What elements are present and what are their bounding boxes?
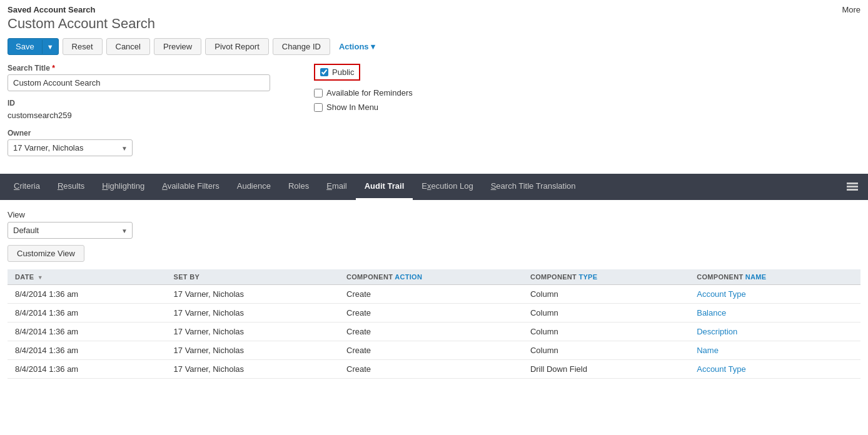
pivot-report-button[interactable]: Pivot Report <box>205 38 269 55</box>
reminders-label: Available for Reminders <box>326 88 413 98</box>
reminders-checkbox[interactable] <box>314 89 323 98</box>
view-row: View Default ▼ <box>8 210 860 239</box>
component-name-link[interactable]: Name <box>697 346 719 355</box>
reset-button[interactable]: Reset <box>63 38 103 55</box>
top-bar: Saved Account Search Custom Account Sear… <box>0 0 868 34</box>
cell-component-action: Create <box>339 285 523 304</box>
search-title-input[interactable] <box>8 74 270 91</box>
col-component-name[interactable]: COMPONENT NAME <box>689 269 860 285</box>
tab-audit-trail[interactable]: Audit Trail <box>356 174 413 200</box>
cell-component-type: Column <box>523 285 689 304</box>
show-in-menu-label: Show In Menu <box>326 102 378 112</box>
svg-rect-0 <box>847 182 858 184</box>
customize-view-button[interactable]: Customize View <box>8 245 84 262</box>
tab-available-filters[interactable]: Available Filters <box>153 174 228 200</box>
tab-execution-log[interactable]: Execution Log <box>413 174 482 200</box>
table-row: 8/4/2014 1:36 am17 Varner, NicholasCreat… <box>8 304 860 322</box>
cell-component-action: Create <box>339 304 523 322</box>
date-sort-arrow: ▼ <box>38 274 43 281</box>
tab-roles[interactable]: Roles <box>280 174 318 200</box>
cell-component-type: Column <box>523 322 689 341</box>
component-name-link[interactable]: Balance <box>697 308 726 318</box>
cell-date: 8/4/2014 1:36 am <box>8 341 166 360</box>
cancel-button[interactable]: Cancel <box>106 38 150 55</box>
owner-label: Owner <box>8 129 289 138</box>
tabs-bar: Criteria Results Highlighting Available … <box>0 174 868 200</box>
cell-date: 8/4/2014 1:36 am <box>8 304 166 322</box>
tab-results[interactable]: Results <box>49 174 93 200</box>
public-checkbox[interactable] <box>320 68 328 76</box>
form-right: Public Available for Reminders Show In M… <box>314 64 489 164</box>
cell-set-by: 17 Varner, Nicholas <box>166 360 339 379</box>
table-row: 8/4/2014 1:36 am17 Varner, NicholasCreat… <box>8 360 860 379</box>
cell-component-name: Name <box>689 341 860 360</box>
more-link[interactable]: More <box>842 5 860 14</box>
cell-date: 8/4/2014 1:36 am <box>8 322 166 341</box>
save-dropdown-arrow[interactable]: ▼ <box>42 40 58 54</box>
content-area: View Default ▼ Customize View DATE ▼ SET… <box>0 200 868 389</box>
table-row: 8/4/2014 1:36 am17 Varner, NicholasCreat… <box>8 341 860 360</box>
toolbar: Save ▼ Reset Cancel Preview Pivot Report… <box>0 34 868 59</box>
component-name-link[interactable]: Description <box>697 327 737 336</box>
owner-group: Owner 17 Varner, Nicholas ▼ <box>8 129 289 156</box>
view-select-wrapper: Default ▼ <box>8 222 133 239</box>
cell-component-name: Account Type <box>689 285 860 304</box>
breadcrumb: Saved Account Search <box>8 5 155 14</box>
cell-component-type: Column <box>523 304 689 322</box>
cell-set-by: 17 Varner, Nicholas <box>166 322 339 341</box>
tab-search-title-translation[interactable]: Search Title Translation <box>482 174 585 200</box>
tab-highlighting[interactable]: Highlighting <box>93 174 153 200</box>
col-component-action[interactable]: COMPONENT ACTION <box>339 269 523 285</box>
cell-component-type: Drill Down Field <box>523 360 689 379</box>
audit-table-body: 8/4/2014 1:36 am17 Varner, NicholasCreat… <box>8 285 860 379</box>
tab-audience[interactable]: Audience <box>228 174 280 200</box>
id-group: ID customsearch259 <box>8 99 289 121</box>
cell-component-name: Description <box>689 322 860 341</box>
search-title-label: Search Title * <box>8 64 289 72</box>
svg-rect-2 <box>847 189 858 191</box>
form-left: Search Title * ID customsearch259 Owner … <box>8 64 289 164</box>
save-button[interactable]: Save ▼ <box>8 38 59 55</box>
cell-component-action: Create <box>339 341 523 360</box>
col-set-by[interactable]: SET BY <box>166 269 339 285</box>
svg-rect-1 <box>847 186 858 188</box>
cell-set-by: 17 Varner, Nicholas <box>166 341 339 360</box>
table-row: 8/4/2014 1:36 am17 Varner, NicholasCreat… <box>8 285 860 304</box>
view-select[interactable]: Default <box>8 222 133 239</box>
id-label: ID <box>8 99 289 108</box>
cell-component-action: Create <box>339 322 523 341</box>
id-value: customsearch259 <box>8 109 289 121</box>
save-label[interactable]: Save <box>8 39 42 54</box>
owner-select[interactable]: 17 Varner, Nicholas <box>8 139 133 156</box>
public-label: Public <box>332 68 354 77</box>
top-bar-left: Saved Account Search Custom Account Sear… <box>8 5 155 32</box>
component-name-link[interactable]: Account Type <box>697 364 746 374</box>
cell-component-name: Balance <box>689 304 860 322</box>
cell-component-name: Account Type <box>689 360 860 379</box>
preview-button[interactable]: Preview <box>154 38 201 55</box>
owner-select-wrapper: 17 Varner, Nicholas ▼ <box>8 139 133 156</box>
cell-set-by: 17 Varner, Nicholas <box>166 304 339 322</box>
reminders-row: Available for Reminders <box>314 88 489 98</box>
cell-date: 8/4/2014 1:36 am <box>8 285 166 304</box>
cell-date: 8/4/2014 1:36 am <box>8 360 166 379</box>
tabs-collapse-icon[interactable] <box>842 174 863 200</box>
component-name-link[interactable]: Account Type <box>697 289 746 299</box>
search-title-group: Search Title * <box>8 64 289 91</box>
cell-set-by: 17 Varner, Nicholas <box>166 285 339 304</box>
change-id-button[interactable]: Change ID <box>273 38 330 55</box>
show-in-menu-checkbox[interactable] <box>314 103 323 112</box>
view-label: View <box>8 210 860 219</box>
show-in-menu-row: Show In Menu <box>314 102 489 112</box>
cell-component-action: Create <box>339 360 523 379</box>
form-section: Search Title * ID customsearch259 Owner … <box>0 59 868 169</box>
audit-table-head: DATE ▼ SET BY COMPONENT ACTION COMPONENT… <box>8 269 860 285</box>
cell-component-type: Column <box>523 341 689 360</box>
col-date[interactable]: DATE ▼ <box>8 269 166 285</box>
col-component-type[interactable]: COMPONENT TYPE <box>523 269 689 285</box>
actions-button[interactable]: Actions ▾ <box>334 39 380 54</box>
tab-email[interactable]: Email <box>318 174 356 200</box>
audit-table: DATE ▼ SET BY COMPONENT ACTION COMPONENT… <box>8 269 860 379</box>
public-checkbox-box: Public <box>314 64 360 81</box>
tab-criteria[interactable]: Criteria <box>5 174 49 200</box>
